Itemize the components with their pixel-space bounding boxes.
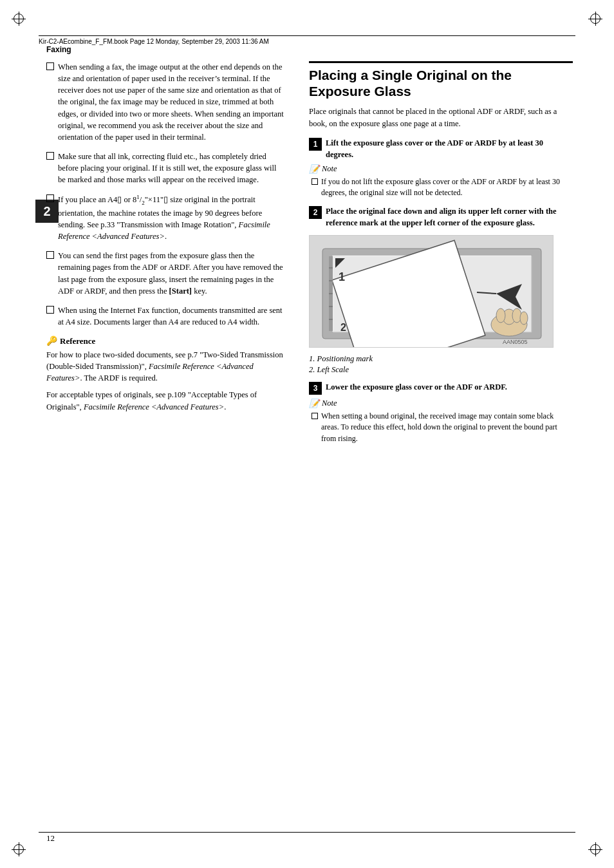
bullet-icon bbox=[46, 251, 54, 259]
list-item: You can send the first pages from the ex… bbox=[46, 250, 284, 297]
bullet-text: When sending a fax, the image output at … bbox=[58, 61, 284, 143]
step-2-header: 2 Place the original face down and align… bbox=[309, 205, 573, 229]
bullet-text: Make sure that all ink, correcting fluid… bbox=[58, 151, 284, 185]
caption-item-1: 1. Positioning mark bbox=[309, 354, 573, 364]
note-icon-3: 📝 bbox=[309, 399, 319, 409]
reference-section: 🔑 Reference For how to place two-sided d… bbox=[46, 335, 284, 413]
reg-mark-bl bbox=[12, 842, 26, 856]
note-3-title: Note bbox=[322, 399, 337, 408]
bullet-icon bbox=[46, 152, 54, 160]
note-bullet-icon bbox=[312, 178, 318, 185]
note-1-header: 📝 Note bbox=[309, 164, 573, 175]
reg-mark-tr bbox=[588, 12, 602, 26]
bullet-text: You can send the first pages from the ex… bbox=[58, 250, 284, 297]
note-3-text: When setting a bound original, the recei… bbox=[321, 411, 573, 444]
list-item: When sending a fax, the image output at … bbox=[46, 61, 284, 143]
svg-text:AAN0505: AAN0505 bbox=[503, 339, 528, 345]
step-1-text: Lift the exposure glass cover or the ADF… bbox=[326, 137, 573, 160]
bullet-icon bbox=[46, 62, 54, 70]
list-item: If you place an A4▯ or 81/2"×11"▯ size o… bbox=[46, 193, 284, 242]
caption-list: 1. Positioning mark 2. Left Scale bbox=[309, 354, 573, 375]
step-3-text: Lower the exposure glass cover or the AD… bbox=[326, 381, 507, 393]
svg-point-19 bbox=[496, 308, 505, 323]
step-1-header: 1 Lift the exposure glass cover or the A… bbox=[309, 137, 573, 160]
svg-point-21 bbox=[520, 312, 528, 325]
page: Kir-C2-AEcombine_F_FM.book Page 12 Monda… bbox=[0, 0, 614, 868]
step-2-number: 2 bbox=[309, 206, 322, 219]
reference-header: 🔑 Reference bbox=[46, 335, 284, 346]
reg-mark-tl bbox=[12, 12, 26, 26]
header-bar: Kir-C2-AEcombine_F_FM.book Page 12 Monda… bbox=[39, 35, 575, 45]
exposure-glass-illustration: 1 2 AAN0505 bbox=[309, 235, 554, 348]
caption-item-2: 2. Left Scale bbox=[309, 365, 573, 375]
note-bullet-icon-3 bbox=[312, 413, 318, 419]
step-1: 1 Lift the exposure glass cover or the A… bbox=[309, 137, 573, 199]
reference-para-1: For how to place two-sided documents, se… bbox=[46, 349, 284, 384]
step-3: 3 Lower the exposure glass cover or the … bbox=[309, 381, 573, 444]
page-number: 12 bbox=[46, 833, 55, 844]
step-3-header: 3 Lower the exposure glass cover or the … bbox=[309, 381, 573, 395]
section-intro: Place originals that cannot be placed in… bbox=[309, 106, 573, 129]
note-3-item: When setting a bound original, the recei… bbox=[309, 411, 573, 444]
list-item: Make sure that all ink, correcting fluid… bbox=[46, 151, 284, 185]
step-1-number: 1 bbox=[309, 138, 322, 151]
note-1-item: If you do not lift the exposure glass co… bbox=[309, 176, 573, 199]
step-3-number: 3 bbox=[309, 382, 322, 395]
right-column: Placing a Single Original on the Exposur… bbox=[309, 61, 573, 451]
bullet-text: When using the Internet Fax function, do… bbox=[58, 305, 284, 328]
step-2: 2 Place the original face down and align… bbox=[309, 205, 573, 375]
step-3-note: 📝 Note When setting a bound original, th… bbox=[309, 399, 573, 444]
step-2-text: Place the original face down and align i… bbox=[326, 205, 573, 229]
svg-text:1: 1 bbox=[339, 270, 345, 283]
note-3-header: 📝 Note bbox=[309, 399, 573, 409]
list-item: When using the Internet Fax function, do… bbox=[46, 305, 284, 328]
svg-text:2: 2 bbox=[340, 322, 346, 333]
bullet-text: If you place an A4▯ or 81/2"×11"▯ size o… bbox=[58, 193, 284, 242]
bottom-line bbox=[39, 832, 575, 833]
reference-icon: 🔑 bbox=[46, 335, 57, 346]
note-1-title: Note bbox=[322, 164, 337, 174]
reference-body: For how to place two-sided documents, se… bbox=[46, 349, 284, 413]
bullet-icon bbox=[46, 306, 54, 314]
reference-para-2: For acceptable types of originals, see p… bbox=[46, 389, 284, 412]
step-1-note: 📝 Note If you do not lift the exposure g… bbox=[309, 164, 573, 199]
reg-mark-br bbox=[588, 842, 602, 856]
section-title: Placing a Single Original on the Exposur… bbox=[309, 61, 573, 99]
section-label: Faxing bbox=[46, 45, 71, 54]
note-1-text: If you do not lift the exposure glass co… bbox=[321, 176, 573, 199]
illustration-svg: 1 2 AAN0505 bbox=[310, 236, 554, 348]
left-column: When sending a fax, the image output at … bbox=[46, 61, 284, 413]
note-icon: 📝 bbox=[309, 164, 319, 175]
reference-title: Reference bbox=[60, 336, 95, 346]
bullet-icon bbox=[46, 194, 54, 202]
header-filename: Kir-C2-AEcombine_F_FM.book Page 12 Monda… bbox=[39, 38, 269, 45]
